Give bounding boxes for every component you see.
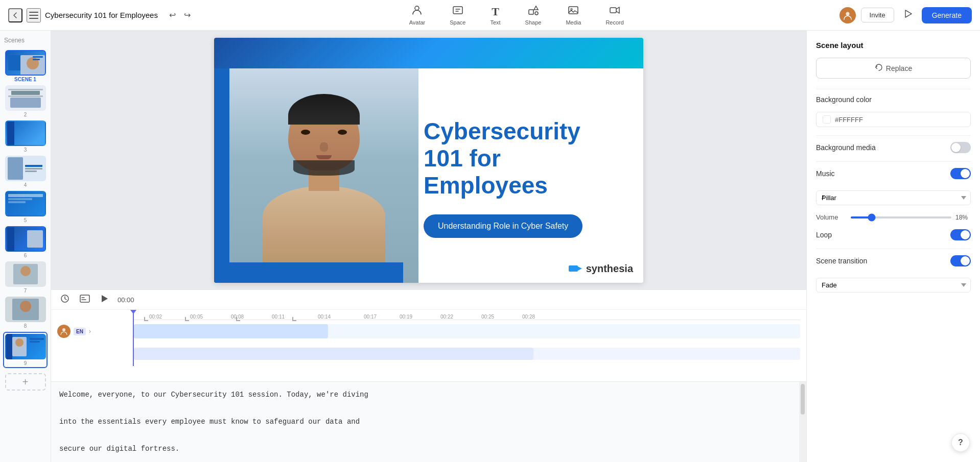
ruler-mark-9: 00:28: [522, 314, 535, 320]
scene-item-4[interactable]: 4: [3, 156, 48, 188]
scene-item-2[interactable]: 2: [3, 85, 48, 117]
background-color-row: Background color: [816, 95, 971, 104]
scene-item-3[interactable]: 3: [3, 120, 48, 153]
replace-icon: [875, 63, 883, 73]
invite-button[interactable]: Invite: [861, 8, 894, 22]
space-icon: [452, 5, 463, 18]
topbar-right: Invite Generate: [839, 7, 972, 23]
menu-button[interactable]: [27, 8, 41, 22]
scene-transition-toggle[interactable]: [950, 255, 971, 266]
loop-label: Loop: [816, 231, 832, 239]
timeline-caption-button[interactable]: [77, 294, 93, 306]
user-avatar[interactable]: [839, 7, 856, 23]
scene-item-7[interactable]: 7: [3, 261, 48, 294]
tool-record[interactable]: Record: [601, 3, 627, 28]
divider-2: [816, 135, 971, 136]
tool-space[interactable]: Space: [446, 3, 470, 28]
replace-button[interactable]: Replace: [816, 58, 971, 79]
svg-rect-8: [569, 7, 578, 14]
tool-text[interactable]: T Text: [486, 3, 504, 28]
tool-avatar[interactable]: Avatar: [405, 3, 430, 28]
scene-2-num: 2: [24, 112, 27, 117]
ruler-mark-7: 00:22: [440, 314, 453, 320]
scene-7-num: 7: [24, 288, 27, 294]
track-segment-marker-2: [185, 317, 189, 321]
topbar: Cybersecurity 101 for Employees ↩ ↪ Avat…: [0, 0, 980, 31]
loop-toggle-knob: [961, 230, 970, 239]
background-color-swatch[interactable]: #FFFFFF: [816, 112, 971, 127]
volume-row: Volume 18%: [816, 213, 971, 221]
track-segment-marker-4: [292, 317, 296, 321]
music-toggle[interactable]: [950, 168, 971, 179]
svg-marker-17: [102, 295, 108, 302]
svg-rect-2: [29, 18, 38, 19]
volume-value: 18%: [955, 214, 971, 221]
timeline-play-button[interactable]: [97, 294, 111, 306]
help-button[interactable]: ?: [951, 433, 970, 452]
sidebar-title: Scenes: [3, 35, 48, 47]
undo-button[interactable]: ↩: [166, 8, 179, 22]
scene-thumb-6: [5, 226, 46, 252]
scene-8-num: 8: [24, 323, 27, 329]
text-label: Text: [490, 19, 500, 26]
ruler-mark-1: 00:05: [190, 314, 203, 320]
synthesia-logo-text: synthesia: [586, 263, 633, 275]
track-row-2: [57, 345, 800, 363]
track-segment-marker-1: [144, 317, 148, 321]
scene-thumb-5: [5, 191, 46, 216]
svg-rect-13: [569, 265, 578, 272]
scene-item-9[interactable]: 9: [3, 332, 48, 368]
color-value: #FFFFFF: [835, 116, 863, 124]
svg-rect-5: [529, 10, 533, 14]
transition-select[interactable]: Fade: [816, 278, 971, 293]
track-label-1: EN ›: [57, 325, 134, 338]
volume-label: Volume: [816, 213, 847, 221]
scene-item-5[interactable]: 5: [3, 191, 48, 223]
tool-media[interactable]: Media: [562, 3, 585, 28]
track-avatar-icon: [57, 325, 71, 338]
track-content-2[interactable]: [134, 348, 800, 360]
svg-point-7: [535, 12, 538, 15]
script-scrollbar[interactable]: [799, 382, 806, 462]
track-expand-arrow[interactable]: ›: [89, 328, 91, 335]
svg-rect-0: [29, 12, 38, 13]
track-row-1: EN ›: [57, 322, 800, 341]
scene-thumb-2: [5, 85, 46, 111]
record-label: Record: [605, 19, 623, 26]
canvas-text-area: Cybersecurity 101 for Employees Understa…: [413, 68, 643, 283]
add-scene-button[interactable]: +: [5, 373, 46, 391]
synthesia-logo-icon: [569, 263, 583, 274]
loop-toggle[interactable]: [950, 229, 971, 240]
canvas-cta-button[interactable]: Understanding Role in Cyber Safety: [424, 214, 582, 238]
tool-shape[interactable]: Shape: [521, 3, 546, 28]
svg-point-9: [571, 9, 572, 10]
ruler-mark-5: 00:17: [364, 314, 377, 320]
music-label: Music: [816, 169, 835, 178]
canvas[interactable]: Cybersecurity 101 for Employees Understa…: [214, 38, 643, 283]
project-title: Cybersecurity 101 for Employees: [45, 11, 158, 19]
scene-transition-toggle-knob: [961, 256, 970, 265]
redo-button[interactable]: ↪: [181, 8, 194, 22]
canvas-title: Cybersecurity 101 for Employees: [424, 118, 623, 199]
track-segment-2: [134, 348, 533, 360]
background-media-toggle[interactable]: [950, 142, 971, 153]
track-content-1[interactable]: [134, 324, 800, 338]
play-preview-button[interactable]: [899, 7, 917, 23]
timeline-clock-button[interactable]: [57, 293, 73, 306]
color-preview: [823, 115, 831, 124]
scene-thumb-4: [5, 156, 46, 181]
scene-6-num: 6: [24, 253, 27, 258]
scene-transition-row: Scene transition: [816, 255, 971, 266]
replace-label: Replace: [886, 64, 912, 72]
scene-1-label: SCENE 1: [14, 77, 36, 82]
divider-1: [816, 89, 971, 89]
scene-item-1[interactable]: SCENE 1: [3, 50, 48, 82]
generate-button[interactable]: Generate: [922, 7, 972, 23]
scene-item-8[interactable]: 8: [3, 297, 48, 329]
back-button[interactable]: [8, 8, 22, 22]
script-area[interactable]: Welcome, everyone, to our Cybersecurity …: [51, 381, 806, 462]
playhead[interactable]: [133, 310, 134, 366]
scene-item-6[interactable]: 6: [3, 226, 48, 258]
volume-slider[interactable]: [851, 216, 951, 218]
music-select[interactable]: Pillar: [816, 190, 971, 205]
